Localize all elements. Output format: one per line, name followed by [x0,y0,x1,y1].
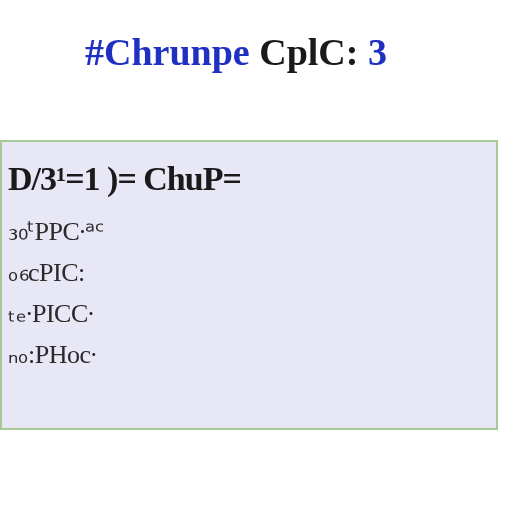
code-row: ₜₑ·PICC· [8,298,484,329]
equation-line: D/3¹=1 )= ChuP= [8,160,484,198]
title-colon: : [346,31,368,73]
title-main: Chrunpe [104,31,250,73]
hash-symbol: # [85,31,104,73]
title-number: 3 [368,31,387,73]
title-sub: CplC [250,31,346,73]
code-row: ₒ₆cPIC: [8,257,484,288]
code-row: ₙₒ:PHoc· [8,339,484,370]
page-header: #Chrunpe CplC: 3 [85,30,387,74]
content-panel: D/3¹=1 )= ChuP= ₃₀ᵗPPC·ᵃᶜ ₒ₆cPIC: ₜₑ·PIC… [0,140,498,430]
code-row: ₃₀ᵗPPC·ᵃᶜ [8,216,484,247]
